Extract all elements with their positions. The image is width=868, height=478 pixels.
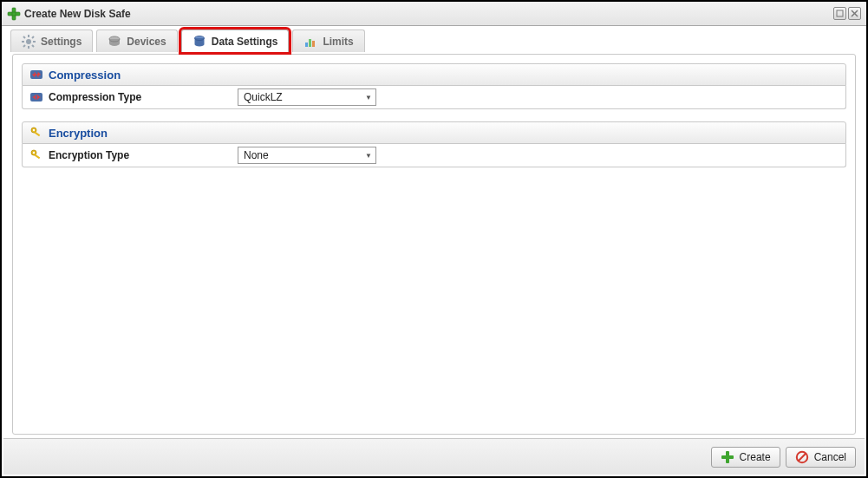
dropdown-value: None [244, 149, 269, 161]
section-body-encryption: Encryption Type None ▼ [22, 144, 846, 167]
section-title: Encryption [49, 127, 108, 140]
button-label: Create [740, 451, 771, 463]
create-button[interactable]: Create [711, 447, 780, 468]
compress-icon [29, 68, 43, 82]
dropdown-value: QuickLZ [244, 91, 283, 103]
svg-rect-29 [34, 154, 40, 160]
label-text: Encryption Type [49, 149, 129, 161]
button-label: Cancel [814, 451, 846, 463]
chevron-down-icon: ▼ [365, 152, 372, 160]
section-header-encryption: Encryption [22, 121, 846, 144]
dialog-footer: Create Cancel [3, 438, 865, 475]
svg-point-7 [26, 39, 31, 44]
tab-limits[interactable]: Limits [292, 29, 364, 52]
svg-line-14 [32, 36, 34, 38]
svg-line-15 [23, 45, 25, 47]
svg-rect-4 [837, 10, 843, 16]
plus-green-icon [7, 7, 21, 21]
field-row-encryption-type: Encryption Type None ▼ [23, 144, 845, 167]
svg-rect-23 [30, 70, 42, 79]
cancel-button[interactable]: Cancel [786, 447, 856, 468]
section-header-compression: Compression [22, 63, 846, 86]
field-label-encryption-type: Encryption Type [29, 148, 238, 162]
svg-rect-32 [721, 455, 734, 459]
svg-point-30 [33, 152, 35, 154]
database-icon [193, 35, 206, 49]
field-row-compression-type: Compression Type QuickLZ ▼ [23, 86, 845, 108]
cancel-icon [795, 450, 809, 464]
tab-label: Devices [127, 36, 166, 48]
titlebar: Create New Disk Safe [2, 2, 866, 26]
keys-icon [29, 126, 43, 140]
tab-settings[interactable]: Settings [10, 29, 93, 52]
label-text: Compression Type [49, 91, 141, 103]
plus-green-icon [721, 450, 734, 464]
svg-rect-1 [8, 12, 20, 16]
tab-content: Compression Compression Type QuickLZ ▼ [12, 54, 856, 435]
minimize-button[interactable] [833, 7, 846, 20]
svg-rect-26 [34, 132, 40, 137]
tab-label: Settings [41, 36, 82, 48]
dialog-window: Create New Disk Safe Settings Devices [0, 0, 868, 478]
section-encryption: Encryption Encryption Type None ▼ [22, 121, 846, 167]
gear-icon [22, 35, 36, 49]
svg-line-34 [798, 453, 805, 460]
tab-strip: Settings Devices Data Settings Limits [2, 26, 866, 52]
close-button[interactable] [848, 7, 861, 20]
tab-label: Data Settings [212, 36, 278, 48]
compress-small-icon [29, 90, 43, 104]
svg-rect-21 [309, 39, 311, 47]
key-small-icon [29, 148, 43, 162]
encryption-type-dropdown[interactable]: None ▼ [238, 147, 376, 164]
svg-line-13 [32, 45, 34, 47]
tab-data-settings[interactable]: Data Settings [181, 29, 290, 52]
field-label-compression-type: Compression Type [29, 90, 238, 104]
svg-point-27 [33, 129, 35, 131]
disk-icon [108, 35, 121, 49]
svg-rect-22 [312, 41, 315, 47]
chevron-down-icon: ▼ [365, 94, 372, 101]
section-compression: Compression Compression Type QuickLZ ▼ [22, 63, 846, 109]
tab-devices[interactable]: Devices [96, 29, 177, 52]
window-controls [833, 7, 861, 20]
svg-rect-24 [30, 93, 42, 101]
chart-icon [303, 35, 317, 49]
compression-type-dropdown[interactable]: QuickLZ ▼ [238, 88, 376, 106]
svg-rect-20 [305, 43, 308, 47]
svg-line-12 [23, 36, 25, 38]
tab-label: Limits [323, 36, 353, 48]
section-body-compression: Compression Type QuickLZ ▼ [22, 86, 846, 109]
window-title: Create New Disk Safe [24, 8, 131, 20]
section-title: Compression [49, 69, 121, 82]
